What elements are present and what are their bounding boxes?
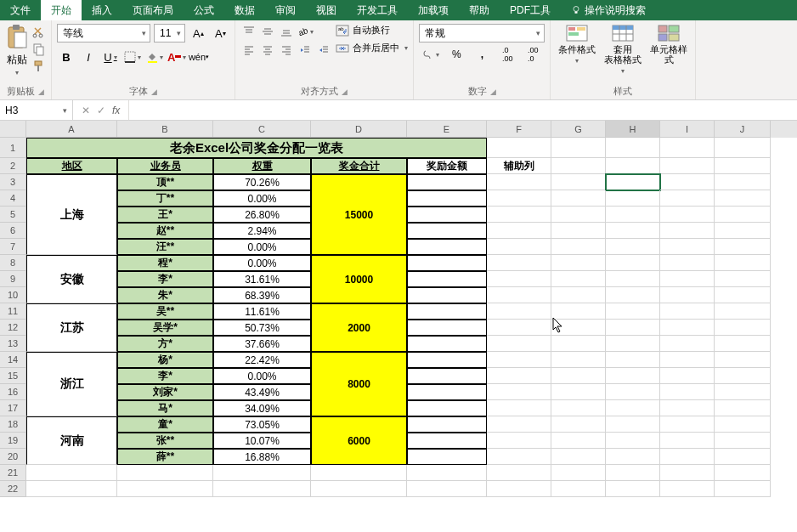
cell-H5[interactable] xyxy=(606,207,660,223)
tab-data[interactable]: 数据 xyxy=(224,0,265,20)
wrap-text-button[interactable]: ab自动换行 xyxy=(336,24,408,37)
decrease-indent-icon[interactable] xyxy=(297,42,314,58)
row-header-18[interactable]: 18 xyxy=(0,416,26,433)
weight-19[interactable]: 10.07% xyxy=(213,433,311,449)
orientation-icon[interactable]: ab xyxy=(297,24,314,39)
tab-review[interactable]: 审阅 xyxy=(265,0,306,20)
number-format-combo[interactable]: 常规 xyxy=(419,24,545,42)
cell-J7[interactable] xyxy=(715,239,771,255)
tab-help[interactable]: 帮助 xyxy=(459,0,500,20)
underline-button[interactable]: U xyxy=(101,48,120,66)
row-header-16[interactable]: 16 xyxy=(0,384,26,400)
cell-F13[interactable] xyxy=(487,336,551,352)
hdr-agent[interactable]: 业务员 xyxy=(117,158,213,174)
conditional-format-button[interactable]: 条件格式▾ xyxy=(556,24,598,65)
agent-4[interactable]: 丁** xyxy=(117,190,213,207)
bonus-安徽[interactable]: 10000 xyxy=(311,255,407,303)
cell-J11[interactable] xyxy=(715,303,771,320)
tab-home[interactable]: 开始 xyxy=(41,0,82,20)
agent-5[interactable]: 王* xyxy=(117,207,213,223)
cell-F1[interactable] xyxy=(487,138,551,158)
cell-H8[interactable] xyxy=(606,255,660,271)
cell-F15[interactable] xyxy=(487,368,551,384)
cell-D21[interactable] xyxy=(311,465,407,481)
cell-F19[interactable] xyxy=(487,433,551,449)
align-top-icon[interactable] xyxy=(240,24,257,39)
accounting-format-icon[interactable] xyxy=(419,46,443,63)
decrease-font-icon[interactable]: A▾ xyxy=(211,24,229,42)
award-12[interactable] xyxy=(407,320,487,336)
cell-J22[interactable] xyxy=(715,481,771,497)
cell-I8[interactable] xyxy=(660,255,715,271)
weight-12[interactable]: 50.73% xyxy=(213,320,311,336)
align-center-icon[interactable] xyxy=(259,42,276,58)
row-header-7[interactable]: 7 xyxy=(0,239,26,255)
cell-J8[interactable] xyxy=(715,255,771,271)
weight-6[interactable]: 2.94% xyxy=(213,223,311,239)
cell-J9[interactable] xyxy=(715,271,771,287)
select-all-corner[interactable] xyxy=(0,121,26,138)
weight-17[interactable]: 34.09% xyxy=(213,400,311,416)
row-header-1[interactable]: 1 xyxy=(0,138,26,158)
cell-C22[interactable] xyxy=(213,481,311,497)
cell-H17[interactable] xyxy=(606,400,660,416)
cell-F4[interactable] xyxy=(487,190,551,207)
cell-I19[interactable] xyxy=(660,433,715,449)
cell-H14[interactable] xyxy=(606,352,660,368)
row-header-10[interactable]: 10 xyxy=(0,287,26,303)
row-header-11[interactable]: 11 xyxy=(0,303,26,320)
col-header-J[interactable]: J xyxy=(715,121,771,138)
name-box[interactable]: H3 xyxy=(0,100,73,120)
cell-F12[interactable] xyxy=(487,320,551,336)
agent-14[interactable]: 杨* xyxy=(117,352,213,368)
cell-F21[interactable] xyxy=(487,465,551,481)
cell-G2[interactable] xyxy=(551,158,606,174)
row-header-5[interactable]: 5 xyxy=(0,207,26,223)
cell-J3[interactable] xyxy=(715,174,771,190)
agent-3[interactable]: 顶** xyxy=(117,174,213,190)
cell-G20[interactable] xyxy=(551,449,606,465)
font-launcher[interactable]: ◢ xyxy=(151,88,157,96)
weight-9[interactable]: 31.61% xyxy=(213,271,311,287)
cell-G21[interactable] xyxy=(551,465,606,481)
cell-E21[interactable] xyxy=(407,465,487,481)
award-4[interactable] xyxy=(407,190,487,207)
row-header-2[interactable]: 2 xyxy=(0,158,26,174)
cell-F7[interactable] xyxy=(487,239,551,255)
award-5[interactable] xyxy=(407,207,487,223)
cell-H20[interactable] xyxy=(606,449,660,465)
cell-C21[interactable] xyxy=(213,465,311,481)
cell-G7[interactable] xyxy=(551,239,606,255)
agent-18[interactable]: 童* xyxy=(117,416,213,433)
col-header-G[interactable]: G xyxy=(551,121,606,138)
weight-15[interactable]: 0.00% xyxy=(213,368,311,384)
align-left-icon[interactable] xyxy=(240,42,257,58)
italic-button[interactable]: I xyxy=(79,48,98,66)
border-button[interactable] xyxy=(123,48,142,66)
increase-font-icon[interactable]: A▴ xyxy=(189,24,207,42)
cell-J17[interactable] xyxy=(715,400,771,416)
bonus-浙江[interactable]: 8000 xyxy=(311,352,407,416)
comma-format-icon[interactable]: , xyxy=(470,46,494,63)
weight-13[interactable]: 37.66% xyxy=(213,336,311,352)
cell-J1[interactable] xyxy=(715,138,771,158)
cell-I2[interactable] xyxy=(660,158,715,174)
agent-19[interactable]: 张** xyxy=(117,433,213,449)
cell-H10[interactable] xyxy=(606,287,660,303)
cell-I21[interactable] xyxy=(660,465,715,481)
tab-insert[interactable]: 插入 xyxy=(82,0,122,20)
cell-G18[interactable] xyxy=(551,416,606,433)
bonus-上海[interactable]: 15000 xyxy=(311,174,407,255)
agent-17[interactable]: 马* xyxy=(117,400,213,416)
award-9[interactable] xyxy=(407,271,487,287)
col-header-B[interactable]: B xyxy=(117,121,213,138)
cell-G10[interactable] xyxy=(551,287,606,303)
cell-I9[interactable] xyxy=(660,271,715,287)
cell-F3[interactable] xyxy=(487,174,551,190)
weight-3[interactable]: 70.26% xyxy=(213,174,311,190)
cell-J18[interactable] xyxy=(715,416,771,433)
cell-E22[interactable] xyxy=(407,481,487,497)
cell-F22[interactable] xyxy=(487,481,551,497)
row-header-19[interactable]: 19 xyxy=(0,433,26,449)
weight-14[interactable]: 22.42% xyxy=(213,352,311,368)
